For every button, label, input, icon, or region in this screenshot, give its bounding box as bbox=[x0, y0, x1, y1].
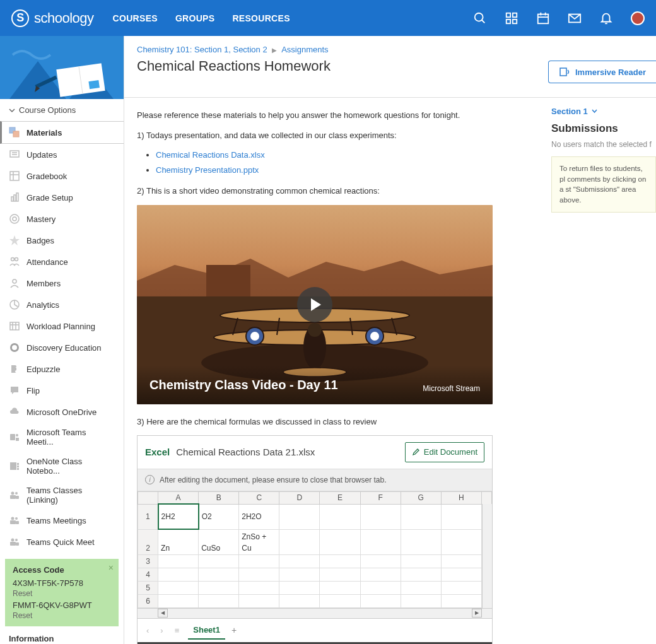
sidebar-item-updates[interactable]: Updates bbox=[0, 144, 124, 165]
sidebar-item-teams-meeting[interactable]: Microsoft Teams Meeti... bbox=[0, 423, 124, 452]
scrollbar-vertical[interactable] bbox=[482, 504, 492, 608]
spreadsheet-grid[interactable]: ABCDEFGH12H2O22H2O2ZnCuSoZnSo + Cu3456 bbox=[138, 491, 492, 608]
cell[interactable] bbox=[199, 568, 239, 581]
cell[interactable] bbox=[320, 581, 360, 594]
cell[interactable] bbox=[441, 554, 481, 568]
cell[interactable] bbox=[401, 529, 441, 554]
calendar-icon[interactable] bbox=[536, 11, 550, 25]
sidebar-item-members[interactable]: Members bbox=[0, 272, 124, 294]
section-dropdown[interactable]: Section 1 bbox=[551, 107, 656, 116]
sidebar-item-flip[interactable]: Flip bbox=[0, 380, 124, 401]
search-icon[interactable] bbox=[473, 11, 487, 25]
reset-link-2[interactable]: Reset bbox=[13, 611, 111, 620]
cell[interactable] bbox=[320, 594, 360, 607]
cell[interactable]: 2H2 bbox=[158, 504, 199, 529]
cell[interactable]: 2H2O bbox=[239, 504, 279, 529]
course-options-dropdown[interactable]: Course Options bbox=[0, 99, 124, 121]
cell[interactable] bbox=[360, 504, 401, 529]
sidebar-item-analytics[interactable]: Analytics bbox=[0, 294, 124, 315]
sidebar-item-discovery[interactable]: Discovery Education bbox=[0, 337, 124, 358]
sidebar-item-teams-classes[interactable]: Teams Classes (Linking) bbox=[0, 481, 124, 510]
sidebar-item-gradebook[interactable]: Gradebook bbox=[0, 165, 124, 187]
cell[interactable] bbox=[441, 581, 481, 594]
cell[interactable] bbox=[360, 594, 401, 607]
cell[interactable]: Zn bbox=[158, 529, 199, 554]
breadcrumb-course[interactable]: Chemistry 101: Section 1, Section 2 bbox=[137, 45, 267, 54]
cell[interactable] bbox=[158, 581, 199, 594]
sidebar-item-attendance[interactable]: Attendance bbox=[0, 251, 124, 272]
cell[interactable] bbox=[401, 504, 441, 529]
sidebar-item-badges[interactable]: Badges bbox=[0, 230, 124, 251]
cell[interactable] bbox=[158, 568, 199, 581]
cell[interactable] bbox=[360, 568, 401, 581]
cell[interactable] bbox=[239, 554, 279, 568]
bell-icon[interactable] bbox=[599, 11, 613, 25]
cell[interactable] bbox=[401, 594, 441, 607]
sidebar-item-edpuzzle[interactable]: Edpuzzle bbox=[0, 358, 124, 380]
video-embed[interactable]: Chemistry Class Video - Day 11 Microsoft… bbox=[137, 205, 493, 404]
sidebar-item-onenote[interactable]: OneNote Class Notebo... bbox=[0, 452, 124, 481]
cell[interactable] bbox=[441, 529, 481, 554]
close-icon[interactable]: × bbox=[108, 563, 114, 573]
sidebar-item-materials[interactable]: Materials bbox=[0, 121, 124, 144]
mail-icon[interactable] bbox=[568, 11, 582, 25]
reset-link-1[interactable]: Reset bbox=[13, 589, 111, 598]
breadcrumb-section[interactable]: Assignments bbox=[281, 45, 328, 54]
cell[interactable] bbox=[401, 568, 441, 581]
nav-resources[interactable]: RESOURCES bbox=[232, 13, 290, 23]
cell[interactable] bbox=[360, 529, 401, 554]
brand-logo[interactable]: S schoology bbox=[11, 9, 94, 27]
cell[interactable] bbox=[279, 529, 320, 554]
sidebar-item-onedrive[interactable]: Microsoft OneDrive bbox=[0, 401, 124, 423]
cell[interactable] bbox=[199, 554, 239, 568]
cell[interactable] bbox=[441, 568, 481, 581]
course-banner[interactable] bbox=[0, 36, 124, 99]
cell[interactable] bbox=[279, 554, 320, 568]
cell[interactable] bbox=[441, 504, 481, 529]
cell[interactable]: CuSo bbox=[199, 529, 239, 554]
tab-list-icon[interactable]: ≡ bbox=[172, 623, 182, 638]
avatar[interactable] bbox=[631, 11, 645, 25]
cell[interactable] bbox=[158, 554, 199, 568]
attachment-link-1[interactable]: Chemical Reactions Data.xlsx bbox=[156, 150, 265, 160]
cell[interactable] bbox=[360, 581, 401, 594]
cell[interactable] bbox=[239, 568, 279, 581]
cell[interactable] bbox=[199, 594, 239, 607]
tab-next-arrow[interactable]: › bbox=[158, 623, 165, 638]
sidebar-item-teams-quickmeet[interactable]: Teams Quick Meet bbox=[0, 531, 124, 553]
play-button[interactable] bbox=[297, 287, 332, 322]
cell[interactable] bbox=[401, 554, 441, 568]
sheet-tab-active[interactable]: Sheet1 bbox=[188, 621, 225, 640]
tab-prev-arrow[interactable]: ‹ bbox=[144, 623, 151, 638]
sidebar-item-gradesetup[interactable]: Grade Setup bbox=[0, 187, 124, 208]
scrollbar-horizontal[interactable]: ◀ ▶ bbox=[138, 608, 492, 618]
cell[interactable] bbox=[320, 529, 360, 554]
sidebar-item-mastery[interactable]: Mastery bbox=[0, 208, 124, 230]
cell[interactable] bbox=[239, 594, 279, 607]
attachment-link-2[interactable]: Chemistry Presentation.pptx bbox=[156, 165, 259, 175]
nav-groups[interactable]: GROUPS bbox=[175, 13, 214, 23]
cell[interactable] bbox=[199, 581, 239, 594]
cell[interactable] bbox=[279, 568, 320, 581]
cell[interactable] bbox=[441, 594, 481, 607]
immersive-reader-button[interactable]: Immersive Reader bbox=[548, 61, 656, 83]
cell[interactable] bbox=[320, 504, 360, 529]
scroll-right-arrow[interactable]: ▶ bbox=[472, 609, 482, 618]
edit-document-button[interactable]: Edit Document bbox=[405, 442, 484, 462]
cell[interactable] bbox=[158, 594, 199, 607]
scroll-left-arrow[interactable]: ◀ bbox=[158, 609, 168, 618]
apps-grid-icon[interactable] bbox=[505, 11, 518, 25]
cell[interactable]: O2 bbox=[199, 504, 239, 529]
add-sheet-button[interactable]: + bbox=[231, 624, 237, 637]
cell[interactable] bbox=[279, 504, 320, 529]
cell[interactable] bbox=[279, 581, 320, 594]
cell[interactable] bbox=[279, 594, 320, 607]
cell[interactable] bbox=[320, 568, 360, 581]
cell[interactable] bbox=[360, 554, 401, 568]
nav-courses[interactable]: COURSES bbox=[113, 13, 158, 23]
cell[interactable]: ZnSo + Cu bbox=[239, 529, 279, 554]
sidebar-item-teams-meetings[interactable]: Teams Meetings bbox=[0, 510, 124, 531]
cell[interactable] bbox=[239, 581, 279, 594]
cell[interactable] bbox=[320, 554, 360, 568]
sidebar-item-workload[interactable]: Workload Planning bbox=[0, 315, 124, 337]
